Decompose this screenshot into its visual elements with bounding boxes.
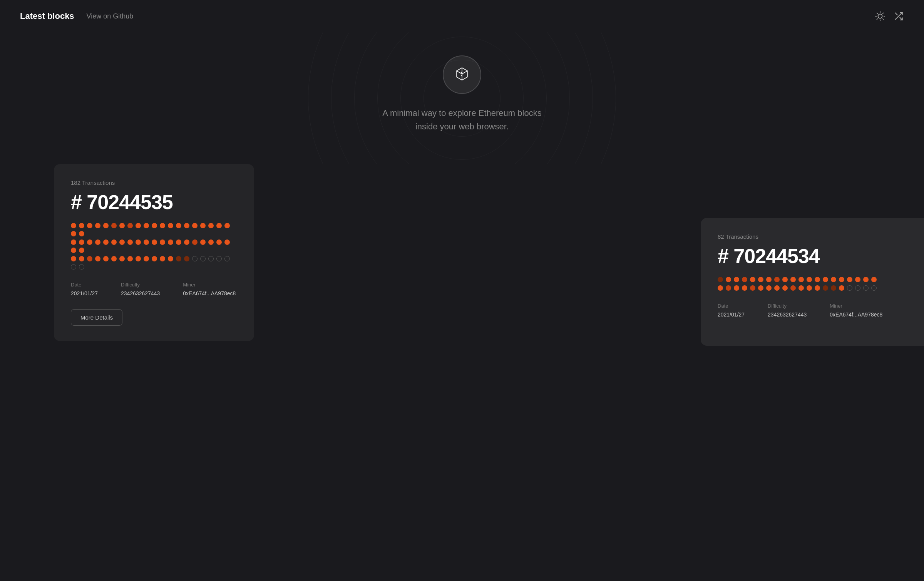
dot bbox=[71, 248, 76, 253]
difficulty-label-1: Difficulty bbox=[121, 282, 160, 288]
dot bbox=[839, 277, 844, 282]
dot bbox=[79, 231, 84, 236]
dot bbox=[726, 285, 731, 291]
github-link[interactable]: View on Github bbox=[87, 12, 134, 20]
dot bbox=[71, 223, 76, 228]
dot bbox=[192, 239, 198, 245]
date-value-2: 2021/01/27 bbox=[718, 311, 745, 318]
dot bbox=[152, 239, 157, 245]
dots-row-1-1 bbox=[71, 223, 237, 236]
dot bbox=[111, 239, 117, 245]
dot bbox=[726, 277, 731, 282]
dot bbox=[216, 256, 222, 261]
dot bbox=[718, 277, 723, 282]
svg-point-19 bbox=[461, 75, 462, 76]
svg-point-0 bbox=[878, 14, 882, 18]
dot bbox=[782, 277, 788, 282]
dot bbox=[200, 239, 206, 245]
dot bbox=[790, 285, 796, 291]
dot bbox=[774, 277, 780, 282]
dot bbox=[847, 277, 852, 282]
dot bbox=[742, 285, 747, 291]
meta-difficulty-2: Difficulty 2342632627443 bbox=[768, 303, 807, 318]
theme-toggle-icon[interactable] bbox=[875, 11, 886, 22]
block-number-1: # 70244535 bbox=[71, 191, 237, 214]
meta-miner-1: Miner 0xEA674f...AA978ec8 bbox=[183, 282, 236, 297]
tx-count-2: 82 Transactions bbox=[718, 233, 907, 240]
dot bbox=[71, 264, 76, 270]
more-details-button-1[interactable]: More Details bbox=[71, 309, 122, 326]
dot bbox=[111, 223, 117, 228]
dot bbox=[160, 223, 165, 228]
dot bbox=[831, 285, 836, 291]
dot bbox=[742, 277, 747, 282]
dot bbox=[200, 223, 206, 228]
dot bbox=[224, 239, 230, 245]
dot bbox=[863, 285, 869, 291]
dot bbox=[815, 285, 820, 291]
tx-count-1: 182 Transactions bbox=[71, 179, 237, 186]
difficulty-value-1: 2342632627443 bbox=[121, 290, 160, 296]
dot bbox=[790, 277, 796, 282]
dot bbox=[144, 223, 149, 228]
dot bbox=[758, 285, 763, 291]
meta-miner-2: Miner 0xEA674f...AA978ec8 bbox=[830, 303, 882, 318]
dot bbox=[734, 277, 739, 282]
dot bbox=[176, 239, 181, 245]
hero-section: A minimal way to explore Ethereum blocks… bbox=[0, 32, 924, 164]
dot bbox=[79, 239, 84, 245]
dots-row-2-1 bbox=[718, 277, 907, 282]
card-meta-2: Date 2021/01/27 Difficulty 2342632627443… bbox=[718, 303, 907, 318]
dot bbox=[95, 239, 100, 245]
dot bbox=[823, 277, 828, 282]
shuffle-icon[interactable] bbox=[893, 11, 904, 22]
svg-line-3 bbox=[877, 13, 878, 14]
meta-date-2: Date 2021/01/27 bbox=[718, 303, 745, 318]
dots-grid-2 bbox=[718, 277, 907, 291]
dot bbox=[855, 285, 860, 291]
dot bbox=[152, 223, 157, 228]
hero-description: A minimal way to explore Ethereum blocks… bbox=[382, 106, 541, 133]
dots-grid-1 bbox=[71, 223, 237, 270]
dot bbox=[766, 277, 772, 282]
header: Latest blocks View on Github bbox=[0, 0, 924, 32]
dot bbox=[798, 285, 804, 291]
header-left: Latest blocks View on Github bbox=[20, 11, 133, 21]
dot bbox=[71, 239, 76, 245]
dot bbox=[119, 223, 125, 228]
dot bbox=[766, 285, 772, 291]
dot bbox=[79, 264, 84, 270]
difficulty-value-2: 2342632627443 bbox=[768, 311, 807, 318]
dot bbox=[871, 277, 877, 282]
dot bbox=[184, 223, 189, 228]
dot bbox=[758, 277, 763, 282]
dot bbox=[782, 285, 788, 291]
dot bbox=[847, 285, 852, 291]
dot bbox=[144, 239, 149, 245]
date-value-1: 2021/01/27 bbox=[71, 290, 98, 296]
dot bbox=[119, 239, 125, 245]
dot bbox=[184, 239, 189, 245]
dot bbox=[95, 256, 100, 261]
meta-date-1: Date 2021/01/27 bbox=[71, 282, 98, 297]
dot bbox=[87, 239, 92, 245]
header-icons bbox=[875, 11, 904, 22]
dot bbox=[734, 285, 739, 291]
dot bbox=[208, 239, 214, 245]
dot bbox=[119, 256, 125, 261]
dot bbox=[168, 256, 173, 261]
dot bbox=[831, 277, 836, 282]
dot bbox=[79, 256, 84, 261]
dot bbox=[855, 277, 860, 282]
dot bbox=[103, 239, 109, 245]
dot bbox=[863, 277, 869, 282]
dot bbox=[87, 256, 92, 261]
miner-value-2: 0xEA674f...AA978ec8 bbox=[830, 311, 882, 318]
dot bbox=[208, 256, 214, 261]
svg-line-11 bbox=[895, 13, 897, 15]
dot bbox=[160, 239, 165, 245]
svg-line-8 bbox=[883, 13, 884, 14]
dot bbox=[798, 277, 804, 282]
cards-section: 182 Transactions # 70244535 bbox=[0, 164, 924, 364]
dot bbox=[127, 223, 133, 228]
